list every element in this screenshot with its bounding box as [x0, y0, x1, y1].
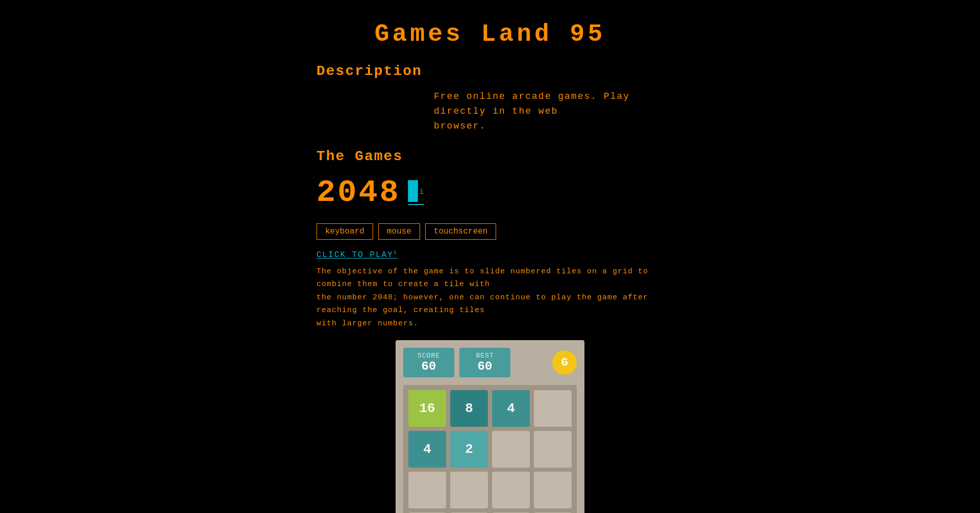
best-score-box: BEST 60: [459, 348, 510, 377]
game-description: The objective of the game is to slide nu…: [316, 265, 664, 330]
input-tag-keyboard: keyboard: [316, 223, 373, 240]
tile-empty-r2c3: [492, 431, 530, 468]
games-heading: The Games: [316, 148, 664, 164]
tile-8: 8: [450, 390, 488, 427]
refresh-button[interactable]: G: [552, 350, 577, 375]
best-value: 60: [470, 360, 500, 373]
input-tag-mouse: mouse: [378, 223, 420, 240]
game-info-icon[interactable]: ▉i: [408, 181, 424, 205]
tile-4-r1: 4: [492, 390, 530, 427]
game-grid: 16 8 4 4 2: [403, 385, 577, 513]
score-row: SCORE 60 BEST 60 G: [403, 348, 577, 377]
tile-empty-r2c4: [534, 431, 572, 468]
site-title: Games Land 95: [316, 10, 664, 63]
game-title: 2048: [316, 174, 401, 211]
score-label: SCORE: [413, 352, 444, 360]
tile-empty-r3c3: [492, 472, 530, 508]
click-to-play-link[interactable]: CLICK TO PLAYi: [316, 250, 398, 260]
tile-4-r2: 4: [408, 431, 446, 468]
tile-empty-r3c1: [408, 472, 446, 508]
input-tag-touchscreen: touchscreen: [425, 223, 497, 240]
tile-empty-r3c4: [534, 472, 572, 508]
tile-empty-r3c2: [450, 472, 488, 508]
best-label: BEST: [470, 352, 500, 360]
game-frame: SCORE 60 BEST 60 G 16 8 4 4: [396, 340, 584, 513]
tile-2: 2: [450, 431, 488, 468]
score-value: 60: [413, 360, 444, 373]
description-heading: Description: [316, 63, 664, 79]
game-preview: SCORE 60 BEST 60 G 16 8 4 4: [316, 340, 664, 513]
input-methods-list: keyboard mouse touchscreen: [316, 223, 664, 240]
description-text: Free online arcade games. Play directly …: [316, 89, 664, 133]
score-box: SCORE 60: [403, 348, 454, 377]
tile-16: 16: [408, 390, 446, 427]
tile-empty-r1c4: [534, 390, 572, 427]
